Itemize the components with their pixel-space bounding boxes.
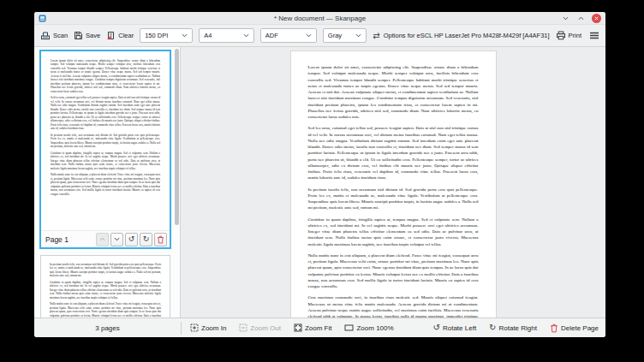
- page-2-thumbnail[interactable]: In pretium iaculis felis, non accumsan n…: [40, 255, 170, 317]
- save-disk-icon: [74, 31, 83, 40]
- skanpage-window: * New document — Skanpage Scan Save: [34, 12, 605, 337]
- paper-size-combobox[interactable]: A4: [199, 28, 254, 43]
- zoom-100-icon: [344, 323, 354, 332]
- zoom-fit-icon: [294, 323, 302, 332]
- toolbar: Scan Save Clear 150 DPI A4 ADF Gray: [34, 25, 605, 47]
- move-page-down-button[interactable]: [110, 233, 123, 246]
- page-1-thumbnail-selected[interactable]: Lorem ipsum dolor sit amet, consectetur …: [39, 50, 171, 249]
- trash-icon: [157, 235, 164, 244]
- close-button[interactable]: [592, 14, 601, 23]
- zoom-100-button[interactable]: Zoom 100%: [344, 323, 393, 332]
- document-page: Lorem ipsum dolor sit amet, consectetur …: [290, 50, 497, 317]
- print-button[interactable]: Print: [556, 31, 581, 40]
- trash-icon: [550, 323, 558, 333]
- scanner-icon: [40, 31, 51, 41]
- zoom-in-button[interactable]: Zoom In: [190, 323, 226, 332]
- page-1-thumbnail-image: Lorem ipsum dolor sit amet, consectetur …: [41, 51, 170, 230]
- zoom-out-button: Zoom Out: [239, 323, 281, 332]
- adjust-arrows-icon: ⇄: [373, 32, 379, 40]
- minimize-button[interactable]: [561, 14, 570, 23]
- content-area: Lorem ipsum dolor sit amet, consectetur …: [34, 47, 605, 317]
- delete-page-thumb-button[interactable]: [154, 233, 167, 246]
- scanner-options-button[interactable]: ⇄ Options for eSCL HP LaserJet Pro M428f…: [373, 32, 549, 40]
- printer-icon: [556, 31, 566, 40]
- pages-count: 3 pages: [34, 324, 181, 332]
- save-button[interactable]: Save: [74, 31, 100, 40]
- rotate-right-button[interactable]: ↻ Rotate Right: [489, 323, 537, 332]
- chevron-down-icon: [306, 33, 312, 38]
- rotate-right-icon: ↻: [143, 235, 150, 243]
- scrollbar-thumb[interactable]: [175, 49, 179, 225]
- rotate-page-left-button[interactable]: ↺: [125, 233, 138, 246]
- delete-page-button[interactable]: Delete Page: [550, 323, 599, 333]
- chevron-down-icon: [182, 33, 188, 38]
- titlebar: * New document — Skanpage: [34, 12, 605, 25]
- chevron-down-icon: [243, 33, 249, 38]
- zoom-in-icon: [190, 323, 199, 332]
- source-combobox[interactable]: ADF: [260, 28, 317, 43]
- clear-button[interactable]: Clear: [106, 31, 134, 40]
- thumbnails-scrollbar[interactable]: [175, 49, 179, 316]
- rotate-right-icon: ↻: [489, 323, 496, 332]
- maximize-button[interactable]: [576, 14, 586, 23]
- skanpage-app-icon: [39, 15, 46, 22]
- move-page-up-button: [96, 233, 109, 246]
- resolution-combobox[interactable]: 150 DPI: [140, 28, 193, 43]
- page-1-controls: Page 1 ↺ ↻: [41, 230, 170, 247]
- page-label: Page 1: [44, 235, 94, 244]
- rotate-page-right-button[interactable]: ↻: [140, 233, 152, 246]
- clear-document-icon: [106, 31, 116, 40]
- rotate-left-icon: ↺: [433, 323, 440, 332]
- document-preview-area: Lorem ipsum dolor sit amet, consectetur …: [181, 47, 605, 317]
- chevron-down-icon: [355, 33, 361, 38]
- zoom-fit-button[interactable]: Zoom Fit: [294, 323, 332, 332]
- color-mode-combobox[interactable]: Gray: [323, 28, 367, 43]
- hamburger-menu-button[interactable]: [589, 32, 599, 39]
- rotate-left-button[interactable]: ↺ Rotate Left: [433, 323, 477, 332]
- zoom-out-icon: [239, 323, 247, 332]
- rotate-left-icon: ↺: [128, 235, 135, 243]
- thumbnails-panel: Lorem ipsum dolor sit amet, consectetur …: [34, 47, 181, 317]
- window-title: * New document — Skanpage: [86, 15, 554, 22]
- scan-button[interactable]: Scan: [40, 31, 68, 41]
- statusbar: 3 pages Zoom In Zoom Out Zoom Fit: [34, 317, 605, 337]
